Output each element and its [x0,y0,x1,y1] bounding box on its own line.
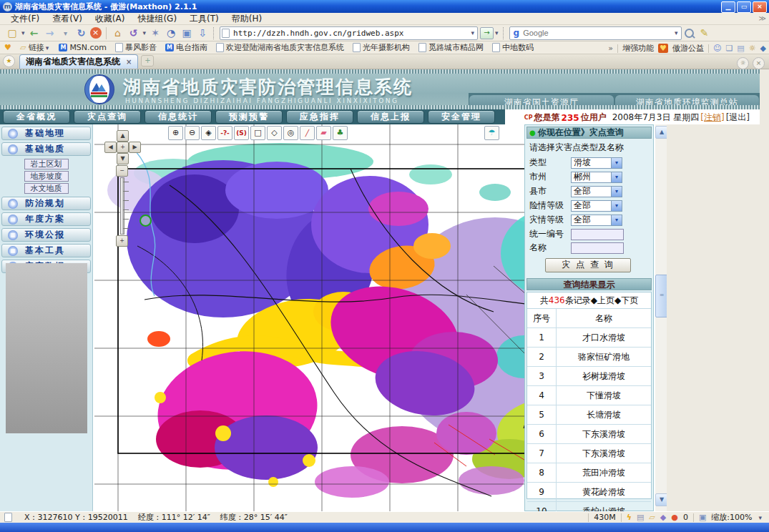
plugin-icon[interactable]: ◆ [760,44,766,53]
maxthon-charity-icon[interactable]: ♥ [658,44,668,53]
type-select[interactable]: 滑坡▾ [571,157,622,169]
refresh-icon[interactable]: ↻ [74,26,89,40]
boss-key-icon[interactable]: ϟ [627,513,632,522]
logout-link[interactable]: [注销] [700,112,724,124]
forward-icon[interactable]: → [43,26,57,40]
sidebar-item-base-geology[interactable]: ▣ 基础地质 [1,142,91,156]
nav-tab-security[interactable]: 安全管理 [428,110,495,124]
new-page-dropdown-icon[interactable]: ▾ [20,29,26,36]
menu-file[interactable]: 文件(F) [4,13,46,25]
sidebar-item-env-bulletin[interactable]: ▥ 环境公报 [1,228,91,242]
table-row[interactable]: 4下懂滑坡 [527,386,651,405]
enhance-features[interactable]: 增强功能 [622,43,654,54]
measure-icon[interactable]: -?- [217,126,232,140]
new-tab-button[interactable]: + [141,55,154,66]
menu-tools[interactable]: 工具(T) [183,13,225,25]
undo-icon[interactable]: ↺ [127,26,141,40]
go-button[interactable]: → [480,27,494,39]
history-dropdown-icon[interactable]: ▾ [59,26,73,40]
restore-button[interactable]: ▭ [737,1,751,13]
page-scrollbar[interactable]: ▲ ≡ ▼ [655,124,667,511]
table-row[interactable]: 1才口水滑坡 [527,328,651,348]
zoom-in-icon[interactable]: ⊕ [168,126,183,140]
printer-icon[interactable]: ▤ [637,513,644,522]
favorites-heart-icon[interactable]: ♥ [4,43,11,52]
nav-tab-report[interactable]: 信息上报 [357,110,424,124]
tabbar-close-icon[interactable]: × [753,57,765,69]
county-select[interactable]: 全部▾ [571,186,622,197]
window-icon[interactable]: ❏ [725,44,733,53]
close-button[interactable]: × [753,1,767,13]
risk-level-select[interactable]: 全部▾ [571,200,622,212]
zoom-slider[interactable] [120,177,124,235]
table-row[interactable]: 2骆家恒矿滑地 [527,348,651,367]
gem-icon[interactable]: ◆ [660,513,666,522]
full-extent-icon[interactable]: ♣ [333,126,348,140]
maxthon-charity[interactable]: 傲游公益 [672,43,704,54]
sidebar-item-base-geography[interactable]: » 基础地理 [1,127,91,140]
select-rect-icon[interactable]: □ [250,126,265,140]
subitem-hydrogeology[interactable]: 水文地质 [24,183,69,194]
home-icon[interactable]: ⌂ [111,26,125,40]
download-icon[interactable]: ⇩ [195,26,210,40]
link-radio[interactable]: M电台指南 [165,42,207,53]
pan-right-icon[interactable]: ▶ [129,142,141,153]
disaster-level-select[interactable]: 全部▾ [571,215,622,226]
magic-wand-icon[interactable]: ✶ [148,26,162,40]
zoom-dropdown-icon[interactable]: ▾ [757,514,763,521]
tab-active[interactable]: 湖南省地质灾害信息系统 × [19,54,138,69]
next-page-link[interactable]: ◆下页 [614,295,638,305]
layers-icon[interactable]: ☂ [484,126,499,140]
resize-icon[interactable]: ▣ [699,513,706,522]
unified-id-input[interactable] [571,229,624,240]
link-city[interactable]: 觅路城市精品网 [418,42,484,53]
distance-icon[interactable]: ╱ [300,126,315,140]
prev-page-link[interactable]: ◆上页 [591,295,614,305]
menu-help[interactable]: 帮助(H) [225,13,268,25]
query-button[interactable]: 灾 点 查 询 [545,258,631,272]
subitem-terrain-slope[interactable]: 地形坡度 [24,171,69,182]
go-dropdown-icon[interactable]: ▾ [494,29,500,36]
pan-left-icon[interactable]: ◀ [104,142,117,153]
search-icon[interactable] [685,29,694,38]
pan-center-icon[interactable]: + [117,142,129,153]
link-msn[interactable]: MMSN.com [59,43,107,52]
zoom-minus-icon[interactable]: − [116,165,128,177]
popup-blocker-icon[interactable]: ● [671,513,678,522]
undo-dropdown-icon[interactable]: ▾ [142,29,148,36]
menu-view[interactable]: 查看(V) [46,13,89,25]
select-polygon-icon[interactable]: ◇ [267,126,282,140]
menu-favorites[interactable]: 收藏(A) [89,13,132,25]
history-clock-icon[interactable]: ◔ [164,26,178,40]
nav-tab-emergency[interactable]: 应急指挥 [286,110,353,124]
link-welcome[interactable]: 欢迎登陆湖南省地质灾害信息系统 [216,42,344,53]
search-input[interactable] [521,28,673,38]
table-row[interactable]: 8荒田冲滑坡 [527,463,651,483]
pages-icon[interactable]: ▤ [737,44,744,53]
table-row[interactable]: 5长塘滑坡 [527,405,651,425]
table-row[interactable]: 7下东溪滑坡 [527,444,651,463]
pan-up-icon[interactable]: ▲ [117,130,129,142]
folder-status-icon[interactable]: ▱ [649,513,655,522]
url-dropdown-icon[interactable]: ▾ [470,29,476,36]
paint-icon[interactable]: ☼ [749,44,756,53]
name-input[interactable] [571,242,624,254]
eraser-icon[interactable]: ▰ [316,126,331,140]
url-input[interactable] [232,28,469,39]
pan-down-icon[interactable]: ▼ [117,153,129,164]
stop-icon[interactable]: × [90,27,102,39]
table-row[interactable]: 9黄花岭滑坡 [527,483,651,502]
highlight-pen-icon[interactable]: ✎ [697,26,712,40]
tabbar-settings-icon[interactable]: ☼ [737,57,749,69]
tab-close-icon[interactable]: × [126,58,132,66]
exit-link[interactable]: [退出] [726,112,750,124]
new-page-icon[interactable]: ▢ [5,26,19,40]
menu-groups[interactable]: 快捷组(G) [131,13,183,25]
link-zhongdi[interactable]: 中地数码 [492,42,534,53]
zoom-out-icon[interactable]: ⊖ [185,126,200,140]
link-photo[interactable]: 光年摄影机构 [353,42,410,53]
panels-icon[interactable]: ▣ [180,26,194,40]
table-row[interactable]: 6下东溪滑坡 [527,425,651,444]
sidebar-item-basic-tools[interactable]: ▦ 基本工具 [1,244,91,257]
minimize-button[interactable]: ▁ [721,1,735,13]
